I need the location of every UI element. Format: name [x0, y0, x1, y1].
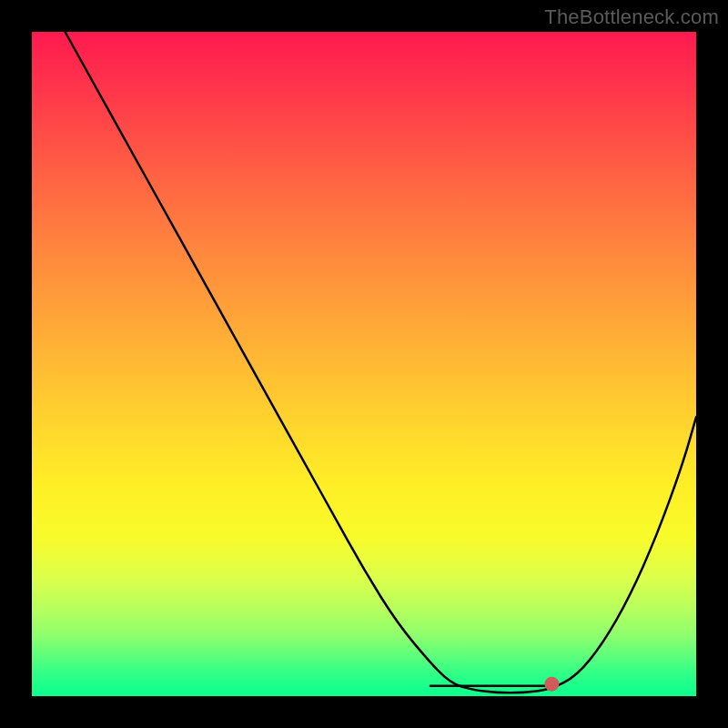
bottleneck-curve	[66, 32, 697, 693]
plot-area	[32, 32, 696, 696]
outer-frame: TheBottleneck.com	[0, 0, 728, 728]
optimal-range-end-dot	[544, 677, 559, 692]
chart-svg	[32, 32, 696, 696]
watermark-text: TheBottleneck.com	[544, 5, 719, 29]
